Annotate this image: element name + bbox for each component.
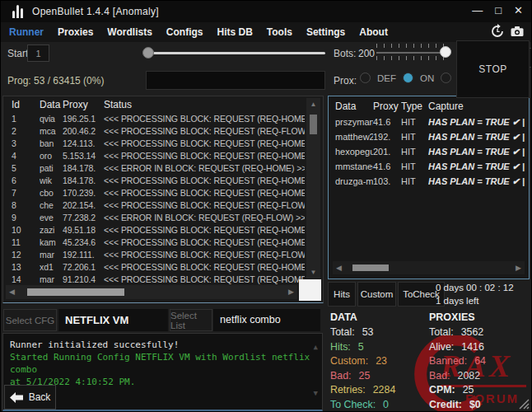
select-cfg-button[interactable]: Select CFG xyxy=(3,309,57,331)
resize-grip[interactable] xyxy=(519,399,530,410)
table-row[interactable]: 6wik184.178.<<< PROCESSING BLOCK: REQUES… xyxy=(3,175,305,187)
table-row[interactable]: 7cbo170.239.<<< PROCESSING BLOCK: REQUES… xyxy=(3,187,305,199)
cell-type: HIT xyxy=(401,174,428,189)
maximize-button[interactable]: □ xyxy=(495,4,502,16)
table-row[interactable]: druzga-m103.HITHAS PLAN = TRUE ✔ | CON xyxy=(329,174,527,189)
scrollbar-thumb[interactable] xyxy=(352,265,389,271)
radio-def[interactable] xyxy=(360,73,371,83)
menu-item-about[interactable]: About xyxy=(359,26,388,38)
cell-data: matthew2 xyxy=(335,129,373,144)
cell-id: 12 xyxy=(12,249,40,261)
table-row[interactable]: 12mar192.111.<<< PROCESSING BLOCK: REQUE… xyxy=(3,249,305,261)
minimize-button[interactable]: — xyxy=(472,4,483,16)
table-row[interactable]: 2mca200.46.2<<< PROCESSING BLOCK: REQUES… xyxy=(3,125,305,138)
horizontal-scrollbar[interactable]: ◀ ▶ xyxy=(333,261,525,274)
stat-value: 3562 xyxy=(461,326,484,338)
table-row[interactable]: hexopegu201.HITHAS PLAN = TRUE ✔ | CON xyxy=(329,144,527,159)
stat-label: Banned: xyxy=(429,355,467,367)
cell-status: <<< PROCESSING BLOCK: REQUEST (REQ-HOME)… xyxy=(104,150,305,162)
cell-id: 10 xyxy=(12,224,40,236)
scroll-down-icon[interactable]: ▼ xyxy=(306,269,320,276)
stat-label: To Check: xyxy=(330,399,376,410)
scrollbar-thumb[interactable] xyxy=(310,115,317,134)
scroll-down-icon[interactable]: ▼ xyxy=(314,387,318,400)
vertical-scrollbar[interactable]: ▲ ▼ xyxy=(306,98,320,279)
cell-status: <<< ERROR IN BLOCK: REQUEST (REQ-FLOW) >… xyxy=(104,212,305,224)
select-list-button[interactable]: Select List xyxy=(170,309,212,331)
bots-label: Bots: xyxy=(334,48,356,59)
table-row[interactable]: 1qvia196.25.1<<< PROCESSING BLOCK: REQUE… xyxy=(3,113,305,125)
elapsed-time: 0 days 00 : 02 : 12 xyxy=(436,281,514,294)
menu-item-hitsdb[interactable]: Hits DB xyxy=(217,26,252,38)
scroll-left-icon[interactable]: ◀ xyxy=(336,264,342,272)
table-row[interactable]: matthew2192.HITHAS PLAN = TRUE ✔ | CON xyxy=(329,129,527,144)
table-row[interactable]: 4oro5.153.14<<< PROCESSING BLOCK: REQUES… xyxy=(3,150,305,162)
start-input[interactable] xyxy=(27,44,49,62)
horizontal-scrollbar[interactable]: ◀ ▶ xyxy=(6,285,297,299)
cell-capture: HAS PLAN = TRUE ✔ | CON xyxy=(428,129,527,144)
radio-on[interactable] xyxy=(403,73,413,83)
cell-proxy: 184.178. xyxy=(63,175,104,187)
menu-item-proxies[interactable]: Proxies xyxy=(58,26,93,38)
stat-value: 5 xyxy=(358,341,364,353)
menu-item-wordlists[interactable]: Wordlists xyxy=(107,26,152,38)
cell-status: <<< PROCESSING BLOCK: REQUEST (REQ-HOME)… xyxy=(104,224,305,236)
cell-status: <<< PROCESSING BLOCK: REQUEST (REQ-FLOW)… xyxy=(104,199,305,212)
table-row[interactable]: 5pati184.178.<<< ERROR IN BLOCK: REQUEST… xyxy=(3,162,305,175)
cell-status: <<< PROCESSING BLOCK: REQUEST (REQ-FLOW)… xyxy=(104,249,305,261)
stat-value: 1416 xyxy=(461,341,484,353)
menu-item-settings[interactable]: Settings xyxy=(306,26,345,38)
table-row[interactable]: prszymans41.6HITHAS PLAN = TRUE ✔ | CON xyxy=(329,115,527,129)
radio-def-label: DEF xyxy=(377,73,396,83)
scroll-left-icon[interactable]: ◀ xyxy=(9,288,15,296)
table-row[interactable]: 10zazi49.51.18<<< PROCESSING BLOCK: REQU… xyxy=(3,224,305,236)
cell-status: <<< PROCESSING BLOCK: REQUEST (REQ-FLOW)… xyxy=(104,125,305,138)
table-row[interactable]: 13xd172.206.1<<< PROCESSING BLOCK: REQUE… xyxy=(3,261,305,274)
radio-off[interactable] xyxy=(441,73,451,83)
titlebar: OpenBullet 1.4.4 [Anomaly] — □ ✕ xyxy=(1,1,531,22)
cell-id: 14 xyxy=(12,274,40,284)
menu-item-tools[interactable]: Tools xyxy=(267,26,292,38)
custom-button[interactable]: Custom xyxy=(357,282,396,307)
cell-data: mmstanec xyxy=(335,159,373,174)
config-name-field[interactable]: NETFLIX VM xyxy=(58,309,168,331)
table-row[interactable]: 11kam45.234.6<<< PROCESSING BLOCK: REQUE… xyxy=(3,236,305,249)
list-name-field[interactable]: netflix combo xyxy=(213,309,320,331)
cell-data: oro xyxy=(40,150,63,162)
scroll-up-icon[interactable]: ▲ xyxy=(314,341,318,353)
progress-slider-thumb[interactable] xyxy=(142,47,154,59)
scrollbar-thumb[interactable] xyxy=(27,288,124,296)
stat-value: 2082 xyxy=(458,370,481,382)
camera-icon[interactable] xyxy=(510,24,525,39)
hits-button[interactable]: Hits xyxy=(328,282,356,307)
table-row[interactable]: 3ban124.113.<<< PROCESSING BLOCK: REQUES… xyxy=(3,138,305,150)
progress-slider-track[interactable] xyxy=(146,52,325,54)
col-data: Data xyxy=(40,99,63,110)
scroll-up-icon[interactable]: ▲ xyxy=(306,101,320,108)
table-row[interactable]: mmstanec41.6HITHAS PLAN = TRUE ✔ | CON xyxy=(329,159,527,174)
runner-table-body: 1qvia196.25.1<<< PROCESSING BLOCK: REQUE… xyxy=(3,113,305,284)
col-data: Data xyxy=(335,101,373,112)
cell-id: 3 xyxy=(12,138,40,150)
radio-on-label: ON xyxy=(420,73,434,83)
menu-item-configs[interactable]: Configs xyxy=(166,26,203,38)
history-icon[interactable] xyxy=(490,24,505,39)
back-label: Back xyxy=(29,391,51,403)
table-row[interactable]: 8che202.154.<<< PROCESSING BLOCK: REQUES… xyxy=(3,199,305,212)
scroll-right-icon[interactable]: ▶ xyxy=(288,288,294,296)
close-button[interactable]: ✕ xyxy=(514,4,523,16)
cell-status: <<< PROCESSING BLOCK: REQUEST (REQ-HOME)… xyxy=(104,236,305,249)
menu-item-runner[interactable]: Runner xyxy=(9,26,44,38)
stat-label: Hits: xyxy=(330,341,351,353)
table-row[interactable]: 14mar91.210.4<<< PROCESSING BLOCK: REQUE… xyxy=(3,274,305,284)
stop-button[interactable]: STOP xyxy=(456,40,530,98)
back-button[interactable]: Back xyxy=(4,385,56,410)
scroll-right-icon[interactable]: ▶ xyxy=(516,264,521,272)
progress-bar xyxy=(146,71,325,90)
cell-data: druzga-m xyxy=(335,174,373,189)
bots-slider-thumb[interactable] xyxy=(440,46,451,58)
runner-table: Id Data Proxy Status 1qvia196.25.1<<< PR… xyxy=(2,96,324,303)
cell-data: xd1 xyxy=(40,261,63,274)
table-row[interactable]: 9eve77.238.2<<< ERROR IN BLOCK: REQUEST … xyxy=(3,212,305,224)
cell-status: <<< PROCESSING BLOCK: REQUEST (REQ-HOME)… xyxy=(104,138,305,150)
